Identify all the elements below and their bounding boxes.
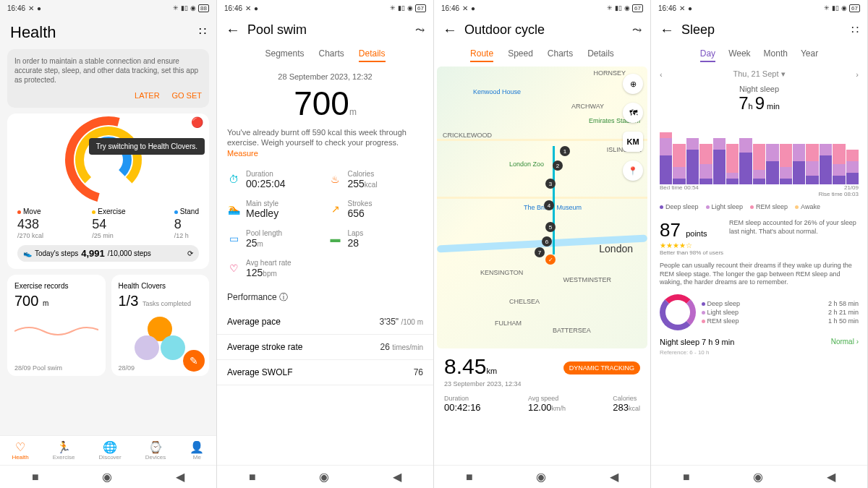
strokes-icon: ↗: [329, 202, 342, 215]
activity-rings-card[interactable]: 🔴 Try switching to Health Clovers. Move4…: [7, 114, 209, 269]
swim-icon: 🏊: [227, 202, 240, 215]
swim-distance: 700m: [217, 84, 433, 123]
sleep-duration: 7h 9 min: [651, 93, 867, 114]
prev-day-icon[interactable]: ‹: [660, 70, 663, 79]
tab-charts[interactable]: Charts: [548, 48, 573, 62]
route-icon[interactable]: ⤳: [632, 23, 642, 37]
heart-icon: ♡: [227, 262, 240, 275]
sleep-breakdown: Deep sleep2 h 58 min Light sleep2 h 21 m…: [702, 299, 859, 326]
status-bar: 16:46✕● ✳▮▯◉88: [0, 0, 216, 16]
fire-icon: ♨: [329, 173, 342, 186]
next-day-icon[interactable]: ›: [856, 70, 859, 79]
protection-warning: In order to maintain a stable connection…: [7, 49, 209, 108]
more-icon[interactable]: ∷: [199, 25, 206, 38]
measure-link[interactable]: Measure: [227, 149, 258, 158]
health-clovers-card[interactable]: Health Clovers 1/3 Tasks completed ✎ 28/…: [111, 275, 210, 376]
calories-stat: Calories283kcal: [613, 395, 640, 413]
page-title: Outdoor cycle: [464, 22, 625, 38]
timer-icon: ⏱: [227, 173, 240, 186]
tab-exercise[interactable]: 🏃Exercise: [53, 440, 75, 461]
progress-message: You've already burnt off 590 kcal this w…: [217, 123, 433, 163]
back-icon[interactable]: ←: [226, 22, 240, 38]
activity-date: 23 September 2023, 12:34: [444, 380, 640, 388]
compose-fab[interactable]: ✎: [183, 350, 205, 372]
android-nav: ■◉◀: [0, 465, 216, 488]
back-icon[interactable]: ←: [443, 22, 457, 38]
tab-charts[interactable]: Charts: [319, 48, 344, 62]
nav-home[interactable]: ◉: [102, 470, 112, 484]
activity-rings: [65, 121, 152, 193]
night-summary-row[interactable]: Night sleep 7 h 9 minNormal ›: [651, 335, 867, 349]
android-nav: ■◉◀: [434, 465, 650, 488]
pool-icon: ▭: [227, 232, 240, 245]
tab-me[interactable]: 👤Me: [190, 440, 204, 461]
move-stat: Move438/270 kcal: [17, 207, 43, 239]
nav-back[interactable]: ◀: [176, 470, 184, 484]
map-pin-icon[interactable]: 📍: [623, 160, 643, 181]
sleep-hypnogram[interactable]: [660, 119, 859, 184]
map-layers-icon[interactable]: 🗺: [623, 103, 643, 123]
status-bar: 16:46✕●✳▮▯◉67: [217, 0, 433, 16]
pool-stat: ▭Pool length25m: [227, 229, 322, 249]
status-bar: 16:46✕●✳▮▯◉67: [651, 0, 867, 16]
map-km-button[interactable]: KM: [623, 132, 643, 152]
route-map[interactable]: HORNSEY Kenwood House ARCHWAY Emirates S…: [437, 67, 647, 348]
tab-details[interactable]: Details: [587, 48, 614, 62]
exercise-records-card[interactable]: Exercise records 700 m 28/09 Pool swim: [7, 275, 106, 376]
page-title: Sleep: [681, 22, 844, 38]
back-icon[interactable]: ←: [660, 22, 674, 38]
activity-date: 28 September 2023, 12:32: [217, 72, 433, 81]
tab-week[interactable]: Week: [728, 48, 750, 62]
sleep-legend: Deep sleep Light sleep REM sleep Awake: [651, 197, 867, 216]
sleep-tabs: Day Week Month Year: [651, 44, 867, 67]
later-button[interactable]: LATER: [135, 91, 160, 100]
strokes-stat: ↗Strokes656: [329, 200, 424, 219]
exercise-stat: Exercise54/25 min: [92, 207, 125, 239]
info-icon: ⓘ: [279, 292, 288, 302]
nav-recent[interactable]: ■: [32, 471, 39, 484]
clovers-badge-icon: 🔴: [191, 116, 203, 128]
tab-day[interactable]: Day: [700, 48, 715, 62]
clovers-tooltip: Try switching to Health Clovers.: [89, 138, 205, 155]
sleep-score: 87 points ★★★★☆ Better than 98% of users: [660, 219, 723, 256]
cycle-tabs: Route Speed Charts Details: [434, 44, 650, 67]
date-picker[interactable]: Thu, 21 Sept ▾: [733, 69, 785, 79]
steps-bar[interactable]: 👟Today's steps 4,991/10,000 steps⟳: [17, 245, 199, 262]
tab-speed[interactable]: Speed: [508, 48, 533, 62]
page-title: Health: [0, 16, 216, 49]
dynamic-tracking-badge[interactable]: DYNAMIC TRACKING: [563, 361, 640, 374]
rem-summary: REM sleep accounted for 26% of your slee…: [729, 219, 859, 256]
pace-row: Average pace3'35" /100 m: [217, 309, 433, 335]
goset-button[interactable]: GO SET: [171, 91, 202, 100]
tab-details[interactable]: Details: [359, 48, 386, 62]
clovers-icon: [135, 317, 185, 367]
speed-stat: Avg speed12.00km/h: [528, 395, 566, 413]
more-icon[interactable]: ∷: [851, 23, 859, 37]
android-nav: ■◉◀: [651, 465, 867, 488]
tab-devices[interactable]: ⌚Devices: [145, 440, 166, 461]
tab-health[interactable]: ♡Health: [12, 440, 29, 461]
laps-icon: ▬: [329, 232, 342, 245]
tab-segments[interactable]: Segments: [265, 48, 304, 62]
laps-stat: ▬Laps28: [329, 229, 424, 249]
swolf-row: Average SWOLF76: [217, 360, 433, 385]
stroke-rate-row: Average stroke rate26 times/min: [217, 335, 433, 360]
route-icon[interactable]: ⤳: [415, 23, 425, 37]
hr-stat: ♡Avg heart rate125bpm: [227, 259, 322, 278]
performance-header: Performance ⓘ: [217, 286, 433, 309]
style-stat: 🏊Main styleMedley: [227, 200, 322, 219]
swim-wave-icon: [14, 309, 98, 338]
status-bar: 16:46✕●✳▮▯◉67: [434, 0, 650, 16]
swim-tabs: Segments Charts Details: [217, 44, 433, 67]
tab-year[interactable]: Year: [801, 48, 818, 62]
stand-stat: Stand8/12 h: [174, 207, 199, 239]
page-title: Pool swim: [247, 22, 408, 38]
tab-discover[interactable]: 🌐Discover: [99, 440, 122, 461]
dream-info: People can usually recount their dreams …: [651, 259, 867, 290]
tab-route[interactable]: Route: [470, 48, 493, 62]
calories-stat: ♨Calories255kcal: [329, 170, 424, 189]
bottom-tabs: ♡Health 🏃Exercise 🌐Discover ⌚Devices 👤Me: [0, 435, 216, 465]
map-center-icon[interactable]: ⊕: [623, 74, 643, 94]
tab-month[interactable]: Month: [764, 48, 788, 62]
android-nav: ■◉◀: [217, 465, 433, 488]
